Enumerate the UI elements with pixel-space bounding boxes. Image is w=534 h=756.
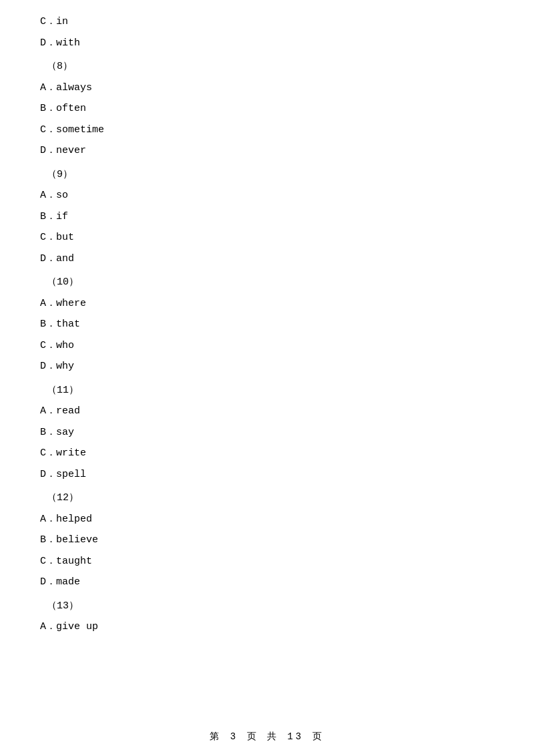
line-a-always: A．always [40, 79, 494, 97]
main-content: C．inD．with（8）A．alwaysB．oftenC．sometimeD．… [0, 0, 534, 680]
line-d-why: D．why [40, 358, 494, 375]
line-c-write: C．write [40, 445, 494, 462]
line-c-who: C．who [40, 337, 494, 355]
line-q9: （9） [40, 166, 494, 184]
line-a-helped: A．helped [40, 511, 494, 528]
page-footer: 第 3 页 共 13 页 [0, 731, 534, 743]
line-c-in: C．in [40, 13, 494, 31]
line-d-with: D．with [40, 35, 494, 52]
line-d-spell: D．spell [40, 466, 494, 484]
line-q11: （11） [40, 382, 494, 399]
line-q13: （13） [40, 598, 494, 615]
line-q10: （10） [40, 274, 494, 291]
line-a-so: A．so [40, 187, 494, 204]
line-b-believe: B．believe [40, 532, 494, 549]
line-c-taught: C．taught [40, 553, 494, 570]
line-c-but: C．but [40, 229, 494, 246]
line-c-sometime: C．sometime [40, 122, 494, 139]
line-d-never: D．never [40, 142, 494, 160]
line-q8: （8） [40, 58, 494, 75]
line-b-that: B．that [40, 316, 494, 333]
line-b-often: B．often [40, 100, 494, 118]
line-a-give-up: A．give up [40, 618, 494, 636]
line-d-made: D．made [40, 574, 494, 591]
line-d-and: D．and [40, 250, 494, 268]
line-q12: （12） [40, 490, 494, 507]
line-a-read: A．read [40, 403, 494, 420]
line-b-if: B．if [40, 208, 494, 226]
line-a-where: A．where [40, 295, 494, 313]
footer-text: 第 3 页 共 13 页 [210, 731, 324, 742]
line-b-say: B．say [40, 424, 494, 441]
